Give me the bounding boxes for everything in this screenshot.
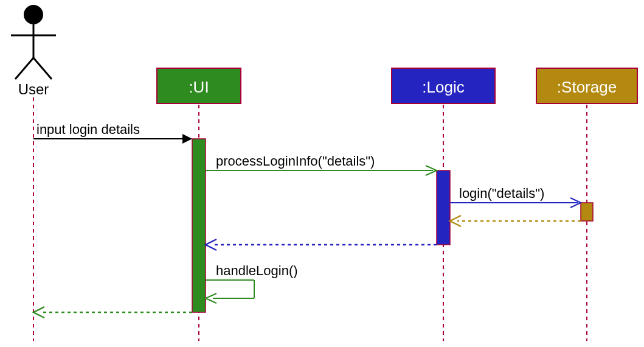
return-logic-to-ui [206, 239, 437, 250]
message-input-login-details: input login details [33, 122, 192, 144]
msg1-label: input login details [36, 122, 140, 137]
message-login: login("details") [450, 186, 581, 208]
msg2-label: processLoginInfo("details") [216, 153, 375, 169]
actor-user: User [11, 5, 56, 97]
storage-activation [581, 203, 593, 221]
svg-marker-9 [182, 134, 192, 144]
return-ui-to-user [33, 307, 192, 318]
participant-ui: :UI [157, 68, 241, 103]
ui-activation [192, 139, 206, 312]
storage-label: :Storage [557, 78, 617, 96]
actor-label: User [18, 81, 49, 97]
svg-line-3 [15, 58, 33, 79]
return-storage-to-logic [450, 216, 581, 226]
logic-label: :Logic [422, 78, 464, 96]
message-process-login-info: processLoginInfo("details") [206, 153, 437, 175]
sequence-diagram: User :UI :Logic :Storage input login det… [0, 0, 644, 347]
participant-logic: :Logic [392, 68, 495, 103]
ui-label: :UI [189, 78, 209, 96]
participant-storage: :Storage [536, 68, 637, 103]
svg-point-0 [24, 5, 43, 24]
message-handle-login: handleLogin() [206, 263, 298, 303]
svg-line-4 [33, 58, 52, 79]
logic-activation [437, 170, 450, 245]
msg4-label: handleLogin() [216, 263, 298, 278]
msg3-label: login("details") [459, 186, 544, 201]
